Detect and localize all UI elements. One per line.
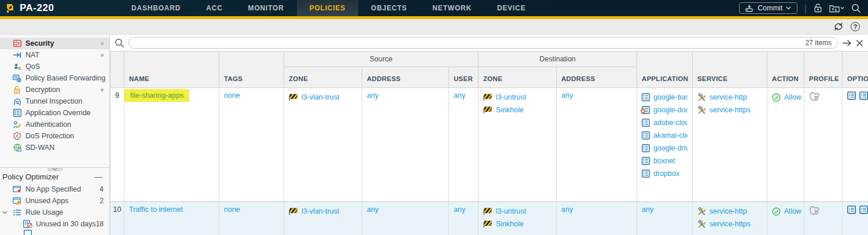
application-link[interactable]: akamai-client	[653, 131, 687, 139]
sidebar-item-policy-based-forwarding[interactable]: Policy Based Forwarding	[0, 72, 109, 84]
optimizer-item-unused-in-30-days[interactable]: Unused in 30 days18	[0, 218, 109, 230]
service-link[interactable]: service-http	[709, 93, 747, 101]
optimizer-item-rule-usage[interactable]: Rule Usage	[0, 207, 109, 218]
service-link[interactable]: service-https	[709, 220, 751, 228]
log-end-icon[interactable]	[847, 91, 856, 102]
collapse-optimizer-icon[interactable]: —	[94, 172, 102, 181]
dest-address-link[interactable]: any	[561, 205, 573, 214]
optimizer-item-no-app-specified[interactable]: No App Specified4	[0, 183, 109, 195]
col-dest-address[interactable]: ADDRESS	[557, 67, 637, 88]
pbf-icon	[12, 75, 22, 82]
nav-tab-network[interactable]: NETWORK	[420, 0, 484, 16]
col-tags[interactable]: TAGS	[219, 52, 284, 88]
rule-number-cell: 9	[111, 88, 124, 202]
col-user[interactable]: USER	[449, 67, 479, 88]
dest-zone-link[interactable]: Sinkhole	[496, 106, 524, 114]
source-zone-link[interactable]: l3-vlan-trust	[301, 207, 339, 215]
col-source-zone[interactable]: ZONE	[284, 67, 362, 88]
sidebar-item-application-override[interactable]: Application Override	[0, 107, 109, 119]
application-link[interactable]: google-drive...	[653, 144, 687, 152]
filter-input[interactable]	[135, 39, 806, 47]
nav-tab-objects[interactable]: OBJECTS	[358, 0, 420, 16]
global-search-icon[interactable]	[851, 3, 861, 13]
table-header: NAME TAGS Source Destination APPLICATION…	[111, 52, 868, 88]
dest-zone-link[interactable]: Sinkhole	[496, 220, 524, 228]
tags-link[interactable]: none	[224, 205, 240, 214]
sidebar-item-security[interactable]: Security	[0, 38, 109, 49]
rule-name-link[interactable]: Traffic to internet	[129, 205, 183, 214]
sidebar-item-sd-wan[interactable]: SD-WAN	[0, 142, 109, 153]
col-profile[interactable]: PROFILE	[804, 52, 843, 88]
pane-splitter[interactable]	[0, 167, 109, 168]
sidebar-item-authentication[interactable]: Authentication	[0, 119, 109, 130]
commit-button[interactable]: Commit	[739, 2, 797, 14]
action-link[interactable]: Allow	[784, 93, 801, 101]
tags-link[interactable]: none	[224, 91, 240, 100]
action-link[interactable]: Allow	[784, 207, 801, 215]
nav-tab-device[interactable]: DEVICE	[484, 0, 538, 16]
app-override-icon	[12, 109, 22, 117]
source-zone-link[interactable]: l3-vlan-trust	[301, 93, 339, 101]
col-dest-zone[interactable]: ZONE	[479, 67, 557, 88]
sidebar-item-dos-protection[interactable]: DoS Protection	[0, 130, 109, 142]
dest-address-cell: any	[557, 202, 637, 235]
profile-none-icon	[809, 95, 821, 103]
config-lock-icon[interactable]	[814, 3, 822, 13]
application-link[interactable]: google-base	[653, 93, 687, 101]
col-application[interactable]: APPLICATION	[637, 52, 693, 88]
application-link[interactable]: google-docs...	[653, 106, 687, 114]
nav-tab-acc[interactable]: ACC	[193, 0, 235, 16]
source-address-link[interactable]: any	[367, 91, 378, 100]
application-any-link[interactable]: any	[642, 205, 653, 214]
page-toolbar: ?	[0, 19, 868, 35]
main-nav-tabs: DASHBOARDACCMONITORPOLICIESOBJECTSNETWOR…	[119, 0, 538, 16]
refresh-icon[interactable]	[833, 22, 844, 31]
log-forward-icon[interactable]	[859, 205, 868, 216]
application-link[interactable]: adobe-cloud	[653, 119, 687, 127]
application-link[interactable]: boxnet	[653, 157, 675, 165]
application-link[interactable]: dropbox	[653, 170, 679, 178]
optimizer-item-unused-apps[interactable]: Unused Apps2	[0, 195, 109, 207]
sidebar-item-qos[interactable]: QoS	[0, 61, 109, 72]
splitter-handle-icon[interactable]	[47, 167, 62, 171]
sidebar-item-tunnel-inspection[interactable]: Tunnel Inspection	[0, 96, 109, 107]
service-link[interactable]: service-http	[709, 207, 747, 215]
source-zone-cell: l3-vlan-trust	[284, 202, 362, 235]
rule-name-highlighted[interactable]: file-sharing-apps	[124, 89, 189, 102]
user-link[interactable]: any	[454, 91, 465, 100]
col-options[interactable]: OPTIONS	[843, 52, 868, 88]
sidebar-item-decryption[interactable]: Decryption	[0, 84, 109, 96]
filter-input-pill[interactable]: 27 items	[128, 37, 838, 49]
log-forward-icon[interactable]	[859, 91, 868, 102]
source-zone-entry: l3-vlan-trust	[289, 203, 357, 219]
apply-filter-arrow-icon[interactable]	[842, 39, 852, 47]
col-name[interactable]: NAME	[124, 52, 219, 88]
col-action[interactable]: ACTION	[767, 52, 804, 88]
config-save-load-icon[interactable]	[829, 4, 844, 13]
rule-row-9[interactable]: 9file-sharing-appsnonel3-vlan-trustanyan…	[111, 88, 868, 202]
help-icon[interactable]: ?	[851, 22, 860, 31]
rule-name-cell: file-sharing-apps	[124, 88, 219, 202]
sidebar-item-label: NAT	[25, 51, 39, 59]
rule-row-10[interactable]: 10Traffic to internetnonel3-vlan-trustan…	[111, 202, 868, 235]
sidebar-item-label: Application Override	[25, 109, 91, 117]
nav-tab-monitor[interactable]: MONITOR	[236, 0, 297, 16]
authentication-icon	[12, 121, 22, 128]
col-service[interactable]: SERVICE	[693, 52, 767, 88]
service-link[interactable]: service-https	[709, 106, 751, 114]
action-entry: Allow	[772, 89, 799, 105]
clear-filter-icon[interactable]	[856, 39, 863, 47]
dest-zone-link[interactable]: l3-untrust	[496, 207, 526, 215]
user-cell: any	[449, 202, 479, 235]
user-link[interactable]: any	[454, 205, 465, 214]
sidebar-item-label: Policy Based Forwarding	[25, 74, 105, 82]
nav-tab-dashboard[interactable]: DASHBOARD	[119, 0, 193, 16]
col-source-address[interactable]: ADDRESS	[362, 67, 449, 88]
dest-address-link[interactable]: any	[561, 91, 573, 100]
source-address-link[interactable]: any	[367, 205, 378, 214]
nav-tab-policies[interactable]: POLICIES	[297, 0, 358, 16]
dest-zone-cell: l3-untrustSinkhole	[479, 88, 557, 202]
sidebar-item-nat[interactable]: NAT	[0, 49, 109, 61]
dest-zone-link[interactable]: l3-untrust	[496, 93, 526, 101]
log-end-icon[interactable]	[847, 205, 856, 216]
